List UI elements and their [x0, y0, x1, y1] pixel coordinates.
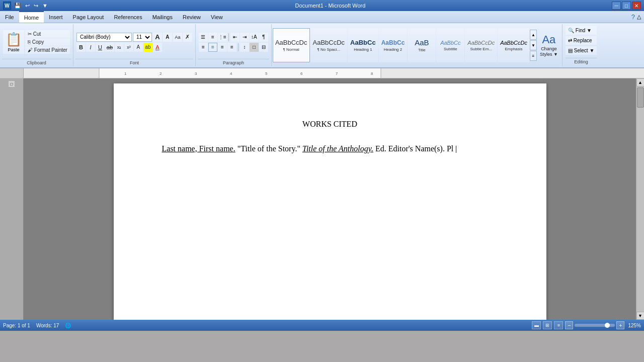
clipboard-controls: 📋 Paste ✂ Cut ⎘ Copy 🖌 Format Painter — [2, 25, 71, 59]
page-count: Page: 1 of 1 — [3, 323, 30, 328]
zoom-slider[interactable] — [575, 324, 615, 327]
menu-insert[interactable]: Insert — [44, 11, 68, 23]
ribbon-clipboard-group: 📋 Paste ✂ Cut ⎘ Copy 🖌 Format Painter Cl… — [0, 24, 73, 66]
web-layout-button[interactable]: ≡ — [554, 321, 563, 329]
sort-button[interactable]: ↕A — [250, 33, 259, 42]
underline-button[interactable]: U — [96, 43, 105, 52]
minimize-button[interactable]: ─ — [612, 2, 621, 10]
text-effects-button[interactable]: A — [134, 43, 143, 52]
svg-text:6: 6 — [300, 71, 303, 76]
left-sidebar: □ — [0, 78, 24, 320]
gallery-scroll-down[interactable]: ▼ — [530, 40, 537, 50]
borders-button[interactable]: ⊟ — [259, 43, 268, 52]
scroll-up-button[interactable]: ▲ — [636, 78, 645, 86]
zoom-thumb[interactable] — [605, 323, 610, 328]
sidebar-button[interactable]: □ — [8, 80, 15, 87]
window-title: Document1 - Microsoft Word — [49, 3, 612, 9]
document-scroll[interactable]: WORKS CITED Last name, First name. "Titl… — [24, 78, 636, 320]
menu-page-layout[interactable]: Page Layout — [68, 11, 109, 23]
paste-button[interactable]: 📋 Paste — [3, 30, 24, 54]
svg-text:7: 7 — [336, 71, 338, 76]
align-right-button[interactable]: ≡ — [218, 43, 227, 52]
menu-mailings[interactable]: Mailings — [147, 11, 178, 23]
font-size-select[interactable]: 11 — [133, 33, 152, 42]
ribbon-paragraph-group: ☰ ≡ ⋮≡ ⇤ ⇥ ↕A ¶ ≡ ≡ ≡ ≡ ↕ □ ⊟ — [196, 24, 272, 66]
quick-save[interactable]: 💾 — [13, 3, 22, 9]
restore-button[interactable]: □ — [622, 2, 631, 10]
menu-view[interactable]: View — [206, 11, 228, 23]
style-no-spacing-preview: AaBbCcDc — [313, 39, 345, 46]
gallery-expand[interactable]: ≡ — [530, 51, 537, 61]
editing-label: Editing — [566, 58, 597, 64]
style-heading1[interactable]: AaBbCc Heading 1 — [348, 28, 378, 62]
align-center-button[interactable]: ≡ — [208, 43, 217, 52]
font-color-button[interactable]: A — [153, 43, 162, 52]
style-emphasis[interactable]: AaBbCcDc Emphasis — [498, 28, 530, 62]
style-heading2[interactable]: AaBbCc Heading 2 — [379, 28, 408, 62]
quick-undo[interactable]: ↩ — [24, 3, 31, 9]
shading-button[interactable]: □ — [250, 43, 259, 52]
svg-text:8: 8 — [371, 71, 373, 76]
clear-formatting-button[interactable]: ✗ — [183, 33, 192, 42]
find-button[interactable]: 🔍 Find ▼ — [566, 26, 597, 35]
line-spacing-button[interactable]: ↕ — [240, 43, 249, 52]
change-case-button[interactable]: Aa — [173, 33, 182, 42]
show-hide-button[interactable]: ¶ — [259, 33, 268, 42]
menu-review[interactable]: Review — [178, 11, 206, 23]
language-icon[interactable]: 🌐 — [65, 323, 71, 328]
superscript-button[interactable]: x² — [124, 43, 133, 52]
cut-button[interactable]: ✂ Cut — [25, 30, 70, 38]
font-name-select[interactable]: Calibri (Body) — [76, 33, 132, 42]
quick-redo[interactable]: ↪ — [33, 3, 39, 9]
paragraph-label: Paragraph — [198, 59, 269, 65]
style-subtle-em[interactable]: AaBbCcDc Subtle Em... — [465, 28, 497, 62]
gallery-scroll-up[interactable]: ▲ — [530, 30, 537, 40]
menu-home[interactable]: Home — [19, 11, 44, 23]
align-left-button[interactable]: ≡ — [199, 43, 208, 52]
style-no-spacing[interactable]: AaBbCcDc ¶ No Spaci... — [310, 28, 348, 62]
multilevel-button[interactable]: ⋮≡ — [218, 33, 227, 42]
italic-button[interactable]: I — [86, 43, 95, 52]
format-painter-button[interactable]: 🖌 Format Painter — [25, 46, 70, 54]
bullets-button[interactable]: ☰ — [199, 33, 208, 42]
para-row1: ☰ ≡ ⋮≡ ⇤ ⇥ ↕A ¶ — [199, 33, 268, 42]
select-button[interactable]: ▤ Select ▼ — [566, 46, 597, 55]
zoom-out-button[interactable]: − — [565, 321, 573, 329]
print-layout-button[interactable]: ▬ — [532, 321, 541, 329]
scroll-down-button[interactable]: ▼ — [636, 312, 645, 320]
close-button[interactable]: ✕ — [632, 2, 641, 10]
font-shrink-button[interactable]: A — [163, 33, 172, 42]
full-screen-button[interactable]: ⊞ — [543, 321, 552, 329]
highlight-color-button[interactable]: ab — [143, 43, 152, 52]
justify-button[interactable]: ≡ — [227, 43, 236, 52]
help-icon[interactable]: ? — [631, 13, 635, 21]
font-grow-button[interactable]: A — [153, 33, 162, 42]
menu-file[interactable]: File — [0, 11, 19, 23]
numbering-button[interactable]: ≡ — [208, 33, 217, 42]
find-icon: 🔍 — [568, 28, 574, 33]
increase-indent-button[interactable]: ⇥ — [240, 33, 249, 42]
scroll-thumb[interactable] — [637, 87, 644, 108]
collapse-ribbon-icon[interactable]: △ — [637, 14, 641, 20]
para-row2: ≡ ≡ ≡ ≡ ↕ □ ⊟ — [199, 43, 268, 52]
style-title[interactable]: AaB Title — [408, 28, 436, 62]
decrease-indent-button[interactable]: ⇤ — [230, 33, 239, 42]
subscript-button[interactable]: x₂ — [115, 43, 124, 52]
bold-button[interactable]: B — [76, 43, 86, 52]
change-styles-button[interactable]: Aa ChangeStyles ▼ — [537, 25, 561, 65]
paste-icon: 📋 — [6, 32, 22, 47]
strikethrough-button[interactable]: ab — [105, 43, 114, 52]
style-subtitle[interactable]: AaBbCc Subtitle — [436, 28, 464, 62]
replace-button[interactable]: ⇄ Replace — [566, 36, 597, 45]
svg-text:1: 1 — [124, 71, 127, 76]
document-citation: Last name, First name. "Title of the Sto… — [162, 141, 498, 157]
style-normal[interactable]: AaBbCcDc ¶ Normal — [273, 28, 310, 62]
style-heading1-preview: AaBbCc — [350, 39, 376, 46]
zoom-in-button[interactable]: + — [616, 321, 624, 329]
citation-author: Last name, First name. — [162, 144, 235, 153]
menu-references[interactable]: References — [109, 11, 147, 23]
quick-more[interactable]: ▼ — [41, 3, 49, 9]
scroll-track — [636, 86, 644, 312]
style-emphasis-label: Emphasis — [505, 47, 522, 51]
copy-button[interactable]: ⎘ Copy — [25, 38, 70, 46]
